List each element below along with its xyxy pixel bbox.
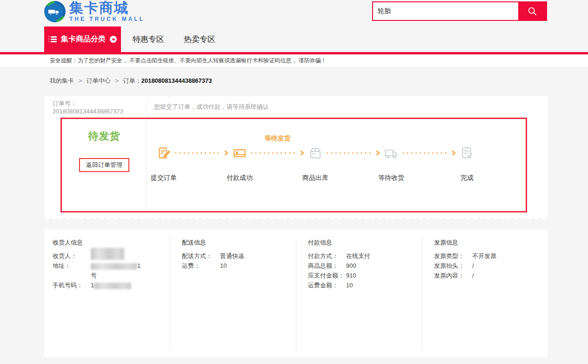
detail-row: 发票抬头： / [434,261,548,271]
row-value: / [472,271,474,280]
breadcrumb-separator: > [115,77,119,84]
row-value: 900 [346,261,356,271]
consignee-section: 收货人信息 收货人： 地址： 1 号 手机号码： 1 [44,229,170,357]
row-value: 1 [91,282,94,289]
detail-row: 地址： 1 [53,261,170,271]
document-check-icon [460,146,474,160]
row-label: 付款方式： [308,251,346,261]
security-notice: 安全提醒：为了您的财产安全， 不要点击陌生链接、不要向陌生人转账或透漏银行卡和验… [0,54,588,67]
breadcrumb-separator: > [79,77,82,84]
detail-row: 运费： 10 [182,261,296,271]
row-value: 号 [91,271,97,280]
search-button[interactable] [518,2,546,20]
search-box [372,1,547,21]
package-icon [308,146,322,160]
nav-category-label: 集卡商品分类 [61,34,106,44]
search-input[interactable] [373,2,518,20]
row-label: 收货人： [53,251,91,261]
detail-row: 付款方式： 在线支付 [308,251,422,261]
detail-row: 商品总额： 900 [308,261,422,271]
row-label: 配送方式： [182,251,220,261]
order-number: 201808081344438867373 [53,108,123,115]
brand-subtitle: THE TRUCK MALL [69,16,145,22]
section-title: 配送信息 [182,238,296,247]
row-value: 910 [346,271,356,280]
row-value: 在线支付 [346,251,370,261]
nav-item-special-offers[interactable]: 特惠专区 [133,34,164,45]
row-label: 地址： [53,261,91,271]
row-label: 手机号码： [53,280,91,290]
censored-value [94,283,131,289]
row-value: 普通快递 [220,251,244,261]
step-payment-success: 付款成功 [233,146,247,160]
row-value: 10 [220,261,227,271]
step-awaiting-receipt: 等待收货 [384,146,398,160]
detail-row: 配送方式： 普通快递 [182,251,296,261]
detail-row: 手机号码： 1 [53,280,170,290]
step-submit-order: 提交订单 [157,146,171,160]
order-number-label: 订单号： [53,100,77,107]
step-complete: 完成 [460,146,474,160]
detail-row: 应支付金额： 910 [308,271,422,280]
payment-section: 付款信息 付款方式： 在线支付 商品总额： 900 应支付金额： 910 运费金… [296,229,422,357]
step-label: 商品出库 [302,174,328,182]
breadcrumb-order-label: 订单： [123,77,141,84]
step-goods-dispatched: 商品出库 [308,146,322,160]
row-value: 不开发票 [472,251,496,261]
bank-card-icon [233,146,247,160]
censored-value [91,263,137,270]
site-header: 集卡商城 THE TRUCK MALL [0,0,588,26]
order-stepper: 提交订单 付 [147,119,526,211]
row-value: 10 [346,280,353,290]
row-label: 发票类型： [434,251,472,261]
document-edit-icon [157,146,171,160]
page: 集卡商城 THE TRUCK MALL 集卡商品分类 特惠专区 热卖专区 安全提… [0,0,588,364]
back-to-orders-button[interactable]: 返回订单管理 [79,158,129,172]
status-box: 待发货 返回订单管理 提交订单 [60,118,527,212]
order-status-card: 订单号： 201808081344438867373 您提交了订单，成功付款，请… [44,96,548,221]
breadcrumb-order-number: 201808081344438867373 [141,77,212,84]
step-connector [398,146,460,160]
detail-row: 号 [53,271,170,280]
step-connector [322,146,384,160]
section-title: 收货人信息 [53,238,170,247]
breadcrumb-item-order-center[interactable]: 订单中心 [87,77,111,84]
order-details-card: 收货人信息 收货人： 地址： 1 号 手机号码： 1 配送信息 配送方式： [44,229,548,357]
row-label: 运费： [182,261,220,271]
row-label: 商品总额： [308,261,346,271]
search-icon [527,6,537,16]
detail-row: 运费金额： 10 [308,280,422,290]
waiting-shipment-label: 等待发货 [247,134,308,143]
shipping-section: 配送信息 配送方式： 普通快递 运费： 10 [170,229,296,357]
section-title: 发票信息 [434,238,548,247]
step-connector [171,146,233,160]
section-title: 付款信息 [308,238,422,247]
row-label: 发票内容： [434,271,472,280]
step-label: 等待收货 [378,174,404,182]
step-label: 付款成功 [227,174,253,182]
truck-icon [384,146,398,160]
brand-name: 集卡商城 [69,1,145,15]
nav-item-hot-sales[interactable]: 热卖专区 [184,34,215,45]
detail-row: 发票内容： / [434,271,548,280]
row-label: 发票抬头： [434,261,472,271]
row-value: 1 [137,262,140,269]
card-scalloped-edge [44,217,548,221]
row-label: 应支付金额： [308,271,346,280]
step-label: 提交订单 [151,174,177,182]
invoice-section: 发票信息 发票类型： 不开发票 发票抬头： / 发票内容： / [422,229,548,357]
breadcrumb: 我的集卡 > 订单中心 > 订单：201808081344438867373 [50,77,588,85]
nav-category-button[interactable]: 集卡商品分类 [44,26,121,52]
detail-row: 收货人： [53,251,170,261]
order-status-message: 您提交了订单，成功付款，请等待系统确认 [147,103,269,111]
menu-icon [48,35,57,44]
chevron-down-circle-icon [110,36,117,43]
row-label: 运费金额： [308,280,346,290]
detail-row: 发票类型： 不开发票 [434,251,548,261]
site-logo[interactable]: 集卡商城 THE TRUCK MALL [44,1,145,22]
censored-value [91,248,124,260]
breadcrumb-item-my-account[interactable]: 我的集卡 [50,77,74,84]
logo-truck-icon [44,1,66,22]
order-status: 待发货 [88,129,120,143]
row-label [53,271,91,280]
